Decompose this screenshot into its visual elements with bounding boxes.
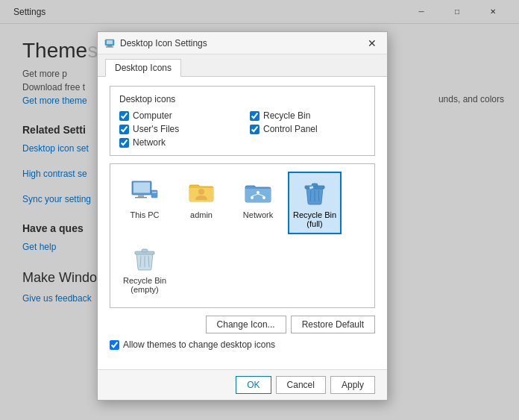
- svg-rect-3: [106, 46, 113, 47]
- svg-rect-8: [151, 190, 157, 198]
- icon-action-buttons: Change Icon... Restore Default: [110, 316, 375, 333]
- svg-rect-5: [133, 183, 150, 193]
- dialog-close-button[interactable]: ✕: [363, 34, 381, 52]
- checkboxes-grid: Computer Recycle Bin User's Files Contro…: [119, 110, 365, 148]
- icon-admin[interactable]: admin: [174, 172, 228, 234]
- allow-themes-label: Allow themes to change desktop icons: [123, 339, 275, 350]
- icon-network[interactable]: Network: [231, 172, 285, 234]
- svg-rect-2: [107, 46, 112, 47]
- icon-recycle-empty[interactable]: Recycle Bin(empty): [118, 237, 172, 300]
- svg-rect-23: [142, 249, 148, 252]
- thispc-icon: [130, 178, 160, 207]
- icon-preview-area: This PC admin: [110, 163, 375, 308]
- checkbox-network[interactable]: Network: [119, 137, 235, 148]
- svg-point-13: [262, 196, 265, 199]
- dialog-titlebar: Desktop Icon Settings ✕: [98, 32, 387, 54]
- tab-desktop-icons[interactable]: Desktop Icons: [105, 59, 181, 77]
- cancel-button[interactable]: Cancel: [276, 376, 326, 394]
- network-checkbox[interactable]: [119, 138, 129, 148]
- group-title: Desktop icons: [119, 94, 365, 104]
- icon-thispc[interactable]: This PC: [118, 172, 172, 234]
- change-icon-button[interactable]: Change Icon...: [206, 316, 286, 333]
- control-panel-checkbox[interactable]: [250, 125, 260, 134]
- recycle-full-icon: [300, 178, 330, 207]
- checkbox-users-files[interactable]: User's Files: [119, 124, 235, 134]
- dialog-body: Desktop icons Computer Recycle Bin User'…: [98, 77, 387, 369]
- svg-rect-9: [152, 192, 157, 193]
- svg-point-10: [198, 189, 204, 195]
- ok-button[interactable]: OK: [236, 376, 271, 394]
- dialog-title-icon: [104, 37, 116, 49]
- svg-rect-6: [138, 195, 144, 197]
- recycle-empty-label: Recycle Bin(empty): [123, 276, 166, 294]
- svg-rect-1: [107, 40, 113, 44]
- users-files-checkbox[interactable]: [119, 125, 129, 134]
- dialog-footer: OK Cancel Apply: [98, 369, 387, 400]
- network-icon: [243, 178, 273, 207]
- checkbox-computer[interactable]: Computer: [119, 110, 235, 121]
- computer-checkbox[interactable]: [119, 111, 129, 121]
- icon-recycle-full[interactable]: Recycle Bin(full): [288, 172, 342, 234]
- allow-themes-row: Allow themes to change desktop icons: [110, 339, 375, 350]
- recycle-empty-icon: [130, 243, 160, 273]
- dialog-title-text: Desktop Icon Settings: [120, 38, 363, 48]
- desktop-icons-group: Desktop icons Computer Recycle Bin User'…: [110, 86, 375, 156]
- svg-point-11: [257, 191, 260, 194]
- checkbox-recycle-bin[interactable]: Recycle Bin: [250, 110, 365, 121]
- network-label: Network: [243, 210, 273, 219]
- dialog-tabs: Desktop Icons: [98, 54, 387, 77]
- restore-default-button[interactable]: Restore Default: [291, 316, 375, 333]
- recycle-full-label: Recycle Bin(full): [293, 210, 336, 228]
- apply-button[interactable]: Apply: [330, 376, 375, 394]
- allow-themes-checkbox[interactable]: [110, 340, 119, 350]
- svg-rect-7: [135, 197, 147, 198]
- desktop-icon-settings-dialog: Desktop Icon Settings ✕ Desktop Icons De…: [97, 31, 388, 401]
- admin-label: admin: [190, 210, 213, 219]
- admin-icon: [186, 178, 216, 207]
- thispc-label: This PC: [130, 210, 159, 219]
- recycle-bin-checkbox[interactable]: [250, 111, 260, 121]
- checkbox-control-panel[interactable]: Control Panel: [250, 124, 365, 134]
- svg-point-12: [251, 196, 254, 199]
